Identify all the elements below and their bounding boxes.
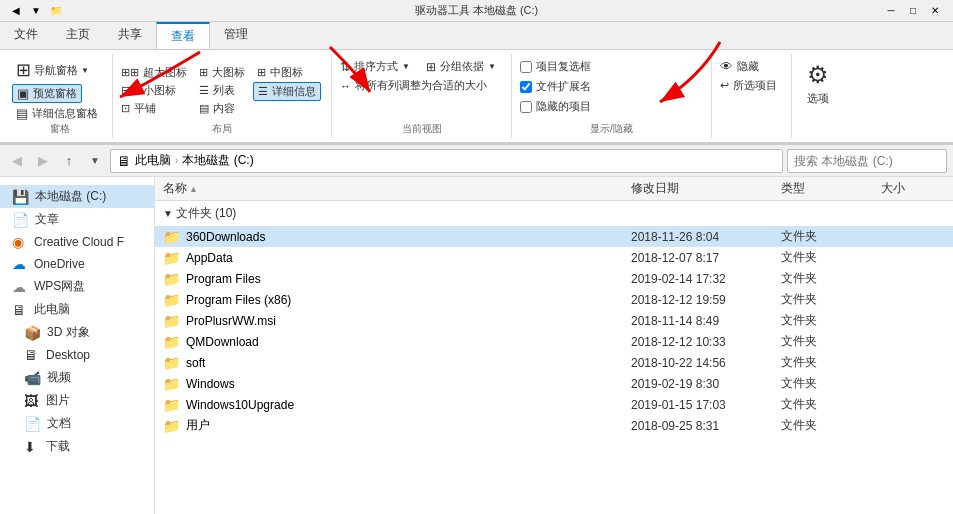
recent-locations-btn[interactable]: ▼ xyxy=(84,150,106,172)
layout-group-title: 布局 xyxy=(212,122,232,136)
hide-selected-btn[interactable]: 👁 隐藏 xyxy=(716,58,763,75)
tab-home[interactable]: 主页 xyxy=(52,22,104,49)
desktop-icon: 🖥 xyxy=(24,347,40,363)
sidebar-item-video[interactable]: 📹 视频 xyxy=(0,366,154,389)
file-date-3: 2018-12-12 19:59 xyxy=(623,293,773,307)
this-pc-icon: 🖥 xyxy=(12,302,28,318)
maximize-button[interactable]: □ xyxy=(903,3,923,19)
tiles-btn[interactable]: ⊡ 平铺 xyxy=(117,100,191,117)
large-icons-btn[interactable]: ⊞ 大图标 xyxy=(195,64,249,81)
folder-group-collapse-icon[interactable]: ▼ xyxy=(163,208,176,219)
item-checkboxes-check[interactable]: 项目复选框 xyxy=(516,58,595,75)
col-header-size[interactable]: 大小 xyxy=(873,180,953,197)
sort-by-btn[interactable]: ⇅ 排序方式 ▼ xyxy=(336,58,414,75)
sidebar-item-documents[interactable]: 📄 文档 xyxy=(0,412,154,435)
sidebar-section-drives: 💾 本地磁盘 (C:) 📄 文章 ◉ Creative Cloud F ☁ On… xyxy=(0,181,154,458)
list-btn[interactable]: ☰ 列表 xyxy=(195,82,249,99)
file-type-3: 文件夹 xyxy=(773,291,873,308)
file-type-0: 文件夹 xyxy=(773,228,873,245)
table-row[interactable]: 📁 360Downloads 2018-11-26 8:04 文件夹 xyxy=(155,226,953,247)
details-btn[interactable]: ☰ 详细信息 xyxy=(253,82,321,101)
table-row[interactable]: 📁 Windows10Upgrade 2019-01-15 17:03 文件夹 xyxy=(155,394,953,415)
file-name-5: 📁 QMDownload xyxy=(155,334,623,350)
options-button[interactable]: ⚙ 选项 xyxy=(796,58,840,109)
sidebar-item-label-documents: 文档 xyxy=(47,415,71,432)
small-icons-btn[interactable]: ⊟⊟ 小图标 xyxy=(117,82,191,99)
file-type-8: 文件夹 xyxy=(773,396,873,413)
back-button[interactable]: ◀ xyxy=(6,150,28,172)
creative-cloud-icon: ◉ xyxy=(12,234,28,250)
table-row[interactable]: 📁 AppData 2018-12-07 8:17 文件夹 xyxy=(155,247,953,268)
tab-manage[interactable]: 管理 xyxy=(210,22,262,49)
file-extensions-input[interactable] xyxy=(520,81,532,93)
close-button[interactable]: ✕ xyxy=(925,3,945,19)
layout-col-2: ⊞ 大图标 ☰ 列表 ▤ 内容 xyxy=(195,64,249,117)
sidebar-item-creative-cloud[interactable]: ◉ Creative Cloud F xyxy=(0,231,154,253)
layout-col-3: ⊞ 中图标 ☰ 详细信息 xyxy=(253,64,321,117)
file-name-7: 📁 Windows xyxy=(155,376,623,392)
folder-icon-8: 📁 xyxy=(163,397,180,413)
nav-pane-button[interactable]: ⊞ 导航窗格 ▼ xyxy=(12,58,93,82)
minimize-button[interactable]: ─ xyxy=(881,3,901,19)
file-name-1: 📁 AppData xyxy=(155,250,623,266)
tab-file[interactable]: 文件 xyxy=(0,22,52,49)
forward-button[interactable]: ▶ xyxy=(32,150,54,172)
tab-share[interactable]: 共享 xyxy=(104,22,156,49)
wps-icon: ☁ xyxy=(12,279,28,295)
col-header-type[interactable]: 类型 xyxy=(773,180,873,197)
folder-icon-5: 📁 xyxy=(163,334,180,350)
table-row[interactable]: 📁 ProPlusrWW.msi 2018-11-14 8:49 文件夹 xyxy=(155,310,953,331)
3d-icon: 📦 xyxy=(24,325,41,341)
file-extensions-check[interactable]: 文件扩展名 xyxy=(516,78,595,95)
show-selected-btn[interactable]: ↩ 所选项目 xyxy=(716,77,781,94)
col-header-name[interactable]: 名称 ▲ xyxy=(155,180,623,197)
file-date-2: 2019-02-14 17:32 xyxy=(623,272,773,286)
item-checkboxes-input[interactable] xyxy=(520,61,532,73)
onedrive-icon: ☁ xyxy=(12,256,28,272)
search-input[interactable] xyxy=(787,149,947,173)
sidebar-item-pictures[interactable]: 🖼 图片 xyxy=(0,389,154,412)
hidden-items-check[interactable]: 隐藏的项目 xyxy=(516,98,595,115)
ribbon-group-current-view: ⇅ 排序方式 ▼ ⊞ 分组依据 ▼ ↔ 将所有列调整为合适的大小 xyxy=(332,54,512,138)
sidebar-item-downloads[interactable]: ⬇ 下载 xyxy=(0,435,154,458)
file-name-9: 📁 用户 xyxy=(155,417,623,434)
table-row[interactable]: 📁 用户 2018-09-25 8:31 文件夹 xyxy=(155,415,953,436)
options-icon: ⚙ xyxy=(807,61,829,89)
sidebar-item-this-pc[interactable]: 🖥 此电脑 xyxy=(0,298,154,321)
table-row[interactable]: 📁 Program Files (x86) 2018-12-12 19:59 文… xyxy=(155,289,953,310)
file-date-6: 2018-10-22 14:56 xyxy=(623,356,773,370)
sidebar-item-articles[interactable]: 📄 文章 xyxy=(0,208,154,231)
folder-icon-3: 📁 xyxy=(163,292,180,308)
path-separator-1: › xyxy=(175,155,178,166)
sidebar-item-wps[interactable]: ☁ WPS网盘 xyxy=(0,275,154,298)
ribbon-group-options: ⚙ 选项 xyxy=(792,54,852,138)
sidebar-item-c-drive[interactable]: 💾 本地磁盘 (C:) xyxy=(0,185,154,208)
sidebar-item-label-3d: 3D 对象 xyxy=(47,324,90,341)
table-row[interactable]: 📁 Program Files 2019-02-14 17:32 文件夹 xyxy=(155,268,953,289)
folder-icon-9: 📁 xyxy=(163,418,180,434)
content-btn[interactable]: ▤ 内容 xyxy=(195,100,249,117)
tab-view[interactable]: 查看 xyxy=(156,22,210,49)
address-bar[interactable]: 🖥 此电脑 › 本地磁盘 (C:) xyxy=(110,149,783,173)
file-area: 名称 ▲ 修改日期 类型 大小 ▼ 文件夹 (10) xyxy=(155,177,953,514)
fit-all-columns-btn[interactable]: ↔ 将所有列调整为合适的大小 xyxy=(336,77,491,94)
sidebar-item-onedrive[interactable]: ☁ OneDrive xyxy=(0,253,154,275)
sidebar-item-label-video: 视频 xyxy=(47,369,71,386)
group-by-btn[interactable]: ⊞ 分组依据 ▼ xyxy=(422,58,500,75)
sidebar-item-label-wps: WPS网盘 xyxy=(34,278,85,295)
up-button[interactable]: ↑ xyxy=(58,150,80,172)
table-row[interactable]: 📁 QMDownload 2018-12-12 10:33 文件夹 xyxy=(155,331,953,352)
ribbon-group-layout: ⊞⊞ 超大图标 ⊟⊟ 小图标 ⊡ 平铺 xyxy=(113,54,332,138)
details-pane-button[interactable]: ▤ 详细信息窗格 xyxy=(12,105,102,122)
col-header-date[interactable]: 修改日期 xyxy=(623,180,773,197)
extra-large-icons-btn[interactable]: ⊞⊞ 超大图标 xyxy=(117,64,191,81)
hidden-items-input[interactable] xyxy=(520,101,532,113)
table-row[interactable]: 📁 soft 2018-10-22 14:56 文件夹 xyxy=(155,352,953,373)
table-row[interactable]: 📁 Windows 2019-02-19 8:30 文件夹 xyxy=(155,373,953,394)
sidebar-item-3d[interactable]: 📦 3D 对象 xyxy=(0,321,154,344)
panes-group-title: 窗格 xyxy=(50,122,70,136)
preview-pane-button[interactable]: ▣ 预览窗格 xyxy=(12,84,82,103)
sidebar-item-desktop[interactable]: 🖥 Desktop xyxy=(0,344,154,366)
ribbon-group-panes: ⊞ 导航窗格 ▼ ▣ 预览窗格 ▤ 详细信息窗格 窗格 xyxy=(8,54,113,138)
medium-icons-btn[interactable]: ⊞ 中图标 xyxy=(253,64,321,81)
